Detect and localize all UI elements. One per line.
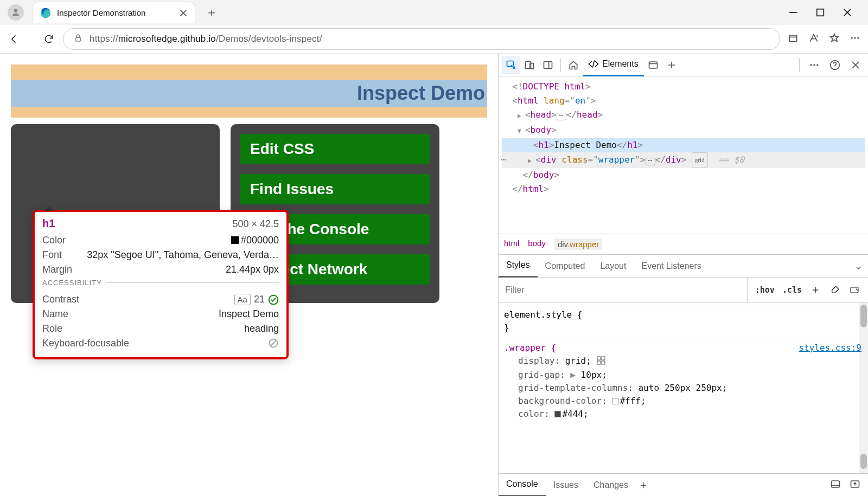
event-listeners-tab[interactable]: Event Listeners: [634, 255, 709, 278]
issues-drawer-tab[interactable]: Issues: [546, 474, 586, 497]
dom-tree[interactable]: <!DOCTYPE html> <html lang="en"> ▶<head>…: [499, 76, 868, 234]
tooltip-focusable-label: Keyboard-focusable: [42, 338, 129, 349]
styles-filter-input[interactable]: [499, 278, 747, 302]
layout-tab[interactable]: Layout: [592, 255, 634, 278]
more-icon[interactable]: [850, 33, 860, 45]
edge-favicon: [40, 7, 52, 19]
elements-tab[interactable]: Elements: [583, 54, 644, 76]
dom-h1-node[interactable]: <h1>Inspect Demo</h1>: [502, 138, 865, 152]
styles-pane[interactable]: element.style { } styles.css:9 .wrapper …: [499, 302, 868, 473]
url-text: https://microsoftedge.github.io/Demos/de…: [90, 34, 322, 44]
profile-avatar[interactable]: [8, 4, 24, 21]
dock-side-button[interactable]: [539, 56, 557, 74]
edit-css-button[interactable]: Edit CSS: [240, 134, 430, 164]
paint-brush-icon[interactable]: [829, 285, 841, 295]
hov-toggle[interactable]: :hov: [755, 285, 775, 295]
scrollbar-vertical[interactable]: [859, 302, 868, 473]
svg-point-6: [857, 37, 859, 38]
drawer-dock-icon[interactable]: [830, 479, 841, 491]
svg-rect-9: [507, 61, 514, 66]
source-link[interactable]: styles.css:9: [799, 342, 861, 355]
refresh-button[interactable]: [42, 33, 55, 46]
favorite-icon[interactable]: [829, 33, 840, 45]
breadcrumb: html body div.wrapper: [499, 234, 868, 255]
more-tools-button[interactable]: [805, 56, 824, 74]
svg-rect-20: [602, 357, 605, 360]
page-preview: Inspect Demo Edit CSS Find Issues Use th…: [0, 53, 498, 496]
svg-point-4: [851, 37, 853, 38]
page-heading: Inspect Demo: [357, 82, 485, 105]
svg-rect-1: [817, 9, 824, 16]
tooltip-accessibility-header: ACCESSIBILITY: [42, 282, 279, 295]
tab-strip: Inspector Demonstration ＋: [0, 0, 868, 25]
minimize-button[interactable]: [788, 7, 799, 18]
tooltip-margin-label: Margin: [42, 264, 72, 275]
read-aloud-icon[interactable]: [808, 33, 819, 45]
app-icon[interactable]: [788, 33, 799, 45]
tooltip-name-label: Name: [42, 308, 68, 320]
svg-point-15: [813, 64, 815, 66]
svg-rect-19: [597, 357, 601, 360]
maximize-button[interactable]: [815, 7, 826, 18]
element-style-rule: element.style {: [504, 308, 863, 321]
new-tab-button[interactable]: ＋: [202, 3, 221, 22]
tooltip-font-value: 32px "Segoe UI", Tahoma, Geneva, Verda…: [87, 249, 279, 261]
close-devtools-button[interactable]: [846, 56, 865, 74]
crumb-wrapper[interactable]: div.wrapper: [554, 239, 602, 250]
color-swatch-icon: [231, 236, 239, 244]
welcome-tab-button[interactable]: [564, 56, 583, 74]
svg-point-14: [810, 64, 812, 66]
more-panes-button[interactable]: ⌄: [854, 260, 863, 272]
svg-point-16: [816, 64, 818, 66]
console-drawer-tab[interactable]: Console: [499, 474, 546, 497]
new-style-rule-button[interactable]: [809, 285, 821, 295]
tooltip-color-label: Color: [42, 235, 66, 246]
close-window-button[interactable]: [842, 7, 853, 18]
computed-tab[interactable]: Computed: [538, 255, 593, 278]
tooltip-name-value: Inspect Demo: [219, 308, 279, 320]
tooltip-role-label: Role: [42, 323, 62, 334]
help-button[interactable]: [826, 56, 844, 74]
address-bar[interactable]: https://microsoftedge.github.io/Demos/de…: [63, 28, 780, 50]
application-tab-button[interactable]: [644, 56, 662, 74]
crumb-body[interactable]: body: [528, 239, 546, 250]
svg-rect-23: [832, 481, 840, 487]
dom-wrapper-node[interactable]: ▶<div class="wrapper">⋯</div> grid == $0: [502, 152, 865, 168]
color-swatch-dark-icon[interactable]: [554, 411, 561, 417]
tab-close-button[interactable]: [178, 8, 188, 18]
browser-tab[interactable]: Inspector Demonstration: [33, 2, 195, 23]
drawer-add-button[interactable]: ＋: [638, 478, 649, 492]
tooltip-dimensions: 500 × 42.5: [232, 218, 279, 230]
check-icon: [268, 294, 279, 305]
device-toolbar-button[interactable]: [520, 56, 539, 74]
not-allowed-icon: [268, 338, 279, 349]
inspect-element-button[interactable]: [502, 56, 520, 74]
svg-rect-2: [76, 37, 81, 41]
drawer-expand-icon[interactable]: [850, 479, 860, 491]
tab-title: Inspector Demonstration: [57, 8, 173, 17]
margin-overlay-top: [11, 65, 487, 80]
svg-point-5: [854, 37, 856, 38]
contrast-aa-badge: Aa: [234, 294, 251, 305]
tooltip-tag: h1: [42, 217, 55, 230]
toggle-common-button[interactable]: [848, 285, 860, 295]
svg-rect-21: [597, 361, 601, 364]
inspected-h1[interactable]: Inspect Demo: [11, 80, 487, 107]
tooltip-margin-value: 21.44px 0px: [226, 264, 279, 275]
grid-badge[interactable]: grid: [692, 152, 708, 168]
svg-rect-22: [602, 361, 605, 364]
styles-tab[interactable]: Styles: [499, 255, 538, 278]
find-issues-button[interactable]: Find Issues: [240, 174, 430, 204]
cls-toggle[interactable]: .cls: [782, 285, 802, 295]
svg-rect-12: [544, 61, 552, 68]
svg-rect-3: [789, 35, 796, 42]
tooltip-role-value: heading: [244, 323, 279, 334]
inspect-tooltip: h1 500 × 42.5 Color#000000 Font32px "Seg…: [33, 210, 289, 359]
changes-drawer-tab[interactable]: Changes: [586, 474, 636, 497]
color-swatch-white-icon[interactable]: [612, 398, 618, 404]
crumb-html[interactable]: html: [504, 239, 519, 250]
nav-toolbar: https://microsoftedge.github.io/Demos/de…: [0, 25, 868, 53]
grid-icon[interactable]: [597, 356, 605, 369]
new-tab-button-devtools[interactable]: [662, 56, 681, 74]
back-button[interactable]: [8, 33, 21, 46]
